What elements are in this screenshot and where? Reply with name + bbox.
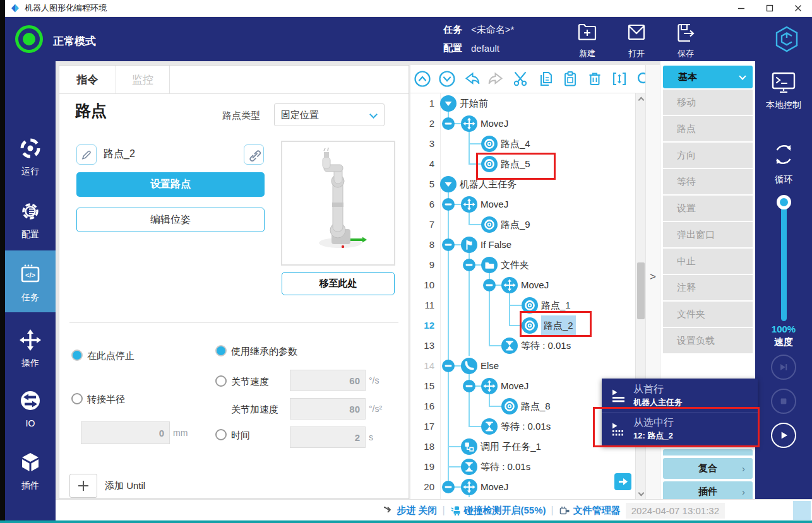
tree-node-label[interactable]: MoveJ [501, 376, 528, 396]
tree-node-label[interactable]: MoveJ [481, 477, 508, 497]
movej-icon[interactable] [461, 479, 477, 495]
waypoint-type-select[interactable]: 固定位置 [274, 103, 385, 126]
stop-here-radio[interactable] [71, 350, 83, 361]
collapse-icon[interactable] [442, 481, 455, 493]
scroll-down-icon[interactable] [636, 489, 646, 499]
tree-node-label[interactable]: MoveJ [521, 275, 549, 295]
category-item[interactable]: 设置 [663, 196, 753, 221]
tree-node-label[interactable]: 路点_4 [501, 134, 530, 154]
category-item[interactable]: 注释 [663, 275, 753, 300]
tree-node-label[interactable]: Else [481, 356, 499, 376]
undo-button[interactable] [462, 69, 481, 88]
local-control-button[interactable]: 本地控制 [755, 71, 812, 111]
tab-monitor[interactable]: 监控 [116, 66, 170, 93]
set-waypoint-button[interactable]: 设置路点 [76, 172, 265, 197]
jump-to-selected-button[interactable] [614, 473, 631, 490]
tree-row-If False[interactable]: 8If False [410, 235, 635, 255]
tree-row-等待 : 0.01s[interactable]: 19等待 : 0.01s [410, 457, 635, 477]
category-item[interactable]: 文件夹 [663, 302, 753, 327]
tree-row-Else[interactable]: 14Else [410, 356, 635, 376]
movej-icon[interactable] [461, 196, 477, 213]
step-mode-status[interactable]: 步进 关闭 [383, 505, 437, 517]
collapse-icon[interactable] [442, 360, 455, 372]
joint-speed-input[interactable]: 60 [290, 370, 366, 391]
tree-node-label[interactable]: 等待 : 0.01s [521, 336, 571, 356]
tree-row-MoveJ[interactable]: 6MoveJ [410, 194, 635, 214]
tree-row-路点_4[interactable]: 3路点_4 [410, 134, 635, 154]
collapse-icon[interactable] [463, 380, 475, 392]
category-item[interactable]: 弹出窗口 [663, 222, 753, 247]
sidebar-item-operate[interactable]: 操作 [5, 327, 56, 369]
sidebar-item-plugin[interactable]: 插件 [5, 450, 56, 491]
tab-instruction[interactable]: 指令 [59, 66, 116, 93]
cut-button[interactable] [511, 69, 530, 88]
tree-node-label[interactable]: MoveJ [481, 114, 508, 134]
movej-icon[interactable] [481, 378, 498, 394]
sidebar-item-task[interactable]: </> 任务 [5, 262, 56, 303]
tree-row-路点_9[interactable]: 7路点_9 [410, 214, 635, 235]
sidebar-item-run[interactable]: 运行 [5, 136, 56, 177]
folder-icon[interactable] [481, 257, 498, 273]
tree-row-MoveJ[interactable]: 20MoveJ [410, 477, 635, 497]
scrollbar-thumb[interactable] [637, 262, 645, 319]
loop-button[interactable]: 循环 [755, 141, 812, 185]
waypoint-icon[interactable] [501, 398, 518, 414]
tree-node-label[interactable]: 调用 子任务_1 [481, 437, 541, 457]
hourglass-icon[interactable] [501, 338, 518, 354]
speed-slider-handle[interactable] [777, 195, 791, 209]
move-up-button[interactable] [413, 69, 432, 88]
sidebar-item-config[interactable]: 配置 [5, 199, 56, 240]
tree-row-文件夹[interactable]: 9文件夹 [410, 255, 635, 275]
tree-node-label[interactable]: 等待 : 0.01s [481, 457, 530, 477]
sidebar-item-io[interactable]: IO [5, 388, 56, 428]
category-composite[interactable]: 复合› [663, 458, 753, 479]
move-to-here-button[interactable]: 移至此处 [282, 272, 395, 295]
category-item[interactable]: 设置负载 [663, 328, 753, 353]
if-icon[interactable] [461, 237, 477, 253]
step-forward-button[interactable] [771, 355, 796, 380]
collapse-icon[interactable] [463, 259, 475, 271]
link-waypoint-button[interactable] [244, 144, 264, 165]
save-task-button[interactable]: 保存 [665, 21, 707, 59]
blend-radius-input[interactable]: 0 [81, 421, 170, 444]
tree-node-label[interactable]: 路点_9 [501, 214, 530, 235]
category-item[interactable]: 方向 [663, 143, 753, 168]
open-task-button[interactable]: 打开 [616, 21, 657, 59]
expand-icon[interactable] [440, 176, 457, 192]
add-until-button[interactable] [69, 474, 97, 498]
waypoint-icon[interactable] [481, 216, 498, 233]
time-radio[interactable] [215, 429, 227, 440]
paste-button[interactable] [561, 69, 580, 88]
tree-node-label[interactable]: 开始前 [460, 93, 488, 114]
else-icon[interactable] [461, 358, 477, 374]
time-input[interactable]: 2 [290, 426, 366, 448]
category-item[interactable]: 等待 [663, 169, 753, 194]
collapse-icon[interactable] [442, 117, 455, 130]
copy-button[interactable] [536, 69, 555, 88]
waypoint-icon[interactable] [481, 136, 498, 152]
movej-icon[interactable] [501, 277, 518, 293]
joint-speed-radio[interactable] [215, 375, 227, 387]
minimize-button[interactable] [727, 0, 755, 16]
category-item[interactable]: 移动 [663, 90, 753, 115]
collapse-icon[interactable] [442, 238, 455, 251]
joint-accel-input[interactable]: 80 [290, 398, 366, 420]
delete-button[interactable] [585, 69, 604, 88]
close-button[interactable] [784, 0, 812, 16]
new-task-button[interactable]: 新建 [566, 21, 608, 59]
maximize-button[interactable] [755, 0, 784, 16]
tree-row-等待 : 0.01s[interactable]: 13等待 : 0.01s [410, 336, 635, 356]
subtask-icon[interactable] [461, 438, 477, 455]
blend-radius-radio[interactable] [71, 393, 83, 404]
play-button[interactable] [771, 423, 796, 448]
expand-icon[interactable] [440, 95, 457, 112]
tree-row-MoveJ[interactable]: 2MoveJ [410, 114, 635, 134]
hourglass-icon[interactable] [481, 418, 498, 435]
edit-pose-button[interactable]: 编辑位姿 [76, 208, 265, 232]
tree-node-label[interactable]: 等待 : 0.01s [501, 416, 551, 437]
tree-row-MoveJ[interactable]: 10MoveJ [410, 275, 635, 295]
stop-button[interactable] [771, 389, 796, 414]
speed-slider-track[interactable] [781, 201, 787, 321]
tree-row-开始前[interactable]: 1开始前 [410, 93, 635, 114]
file-manager-button[interactable]: 文件管理器 [559, 505, 621, 517]
